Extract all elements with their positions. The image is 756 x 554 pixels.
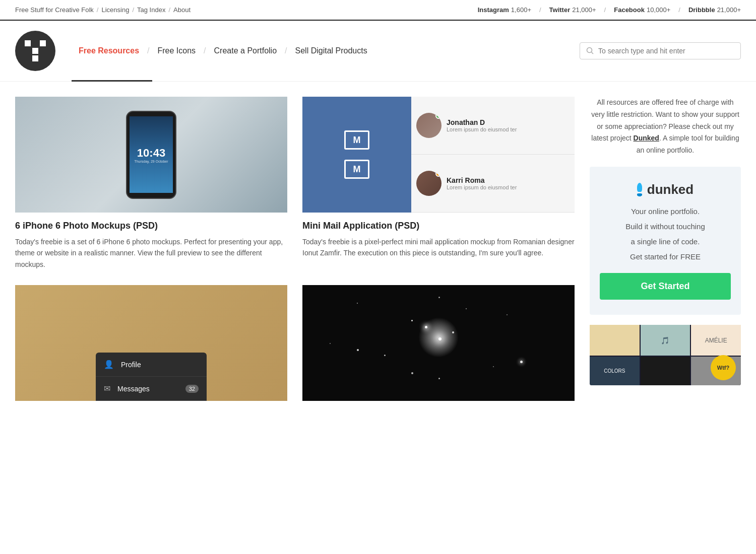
sep2: / <box>132 6 134 14</box>
social-instagram[interactable]: Instagram 1,600+ <box>478 6 531 14</box>
profile-menu-messages-label: Messages <box>117 385 150 393</box>
social-twitter[interactable]: Twitter 21,000+ <box>549 6 596 14</box>
nav-sell-digital[interactable]: Sell Digital Products <box>287 46 375 55</box>
profile-thumb: 👤 Profile ✉ Messages 32 <box>15 285 287 401</box>
article-desc-mail: Today's freebie is a pixel-perfect mini … <box>302 236 575 259</box>
iphone-screen: 10:43 Thursday, 29 October <box>130 116 173 193</box>
logo-cell <box>25 55 31 61</box>
mail-contact-jonathan: Jonathan D Lorem ipsum do eiusmod ter <box>411 97 575 155</box>
logo-cell <box>32 40 38 46</box>
dunked-link[interactable]: Dunked <box>634 134 659 142</box>
sep1: / <box>97 6 99 14</box>
search-box[interactable] <box>580 42 741 59</box>
mail-right: Jonathan D Lorem ipsum do eiusmod ter Ka… <box>411 97 575 213</box>
nav-free-icons[interactable]: Free Icons <box>150 46 204 55</box>
article-title-mail: Mini Mail Application (PSD) <box>302 221 575 231</box>
iphone-date: Thursday, 29 October <box>134 160 168 163</box>
nav-bar: Free Resources / Free Icons / Create a P… <box>0 21 756 82</box>
profile-menu-item-profile: 👤 Profile <box>96 353 207 377</box>
dunked-card: dunked Your online portfolio. Build it w… <box>590 167 741 315</box>
article-thumb-mail: Jonathan D Lorem ipsum do eiusmod ter Ka… <box>302 97 575 213</box>
logo-cell <box>40 55 46 61</box>
preview-cell-4: COLORS <box>590 357 640 385</box>
preview-cell-5 <box>641 357 690 385</box>
article-thumb-stars <box>302 285 575 401</box>
online-dot-jonathan <box>435 113 442 119</box>
contact-text-karri: Lorem ipsum do eiusmod ter <box>447 184 570 190</box>
preview-cell-2: 🎵 <box>641 325 690 356</box>
sep3: / <box>168 6 170 14</box>
mail-left <box>302 97 411 213</box>
contact-name-karri: Karri Roma <box>447 176 570 184</box>
logo-cell <box>25 48 31 54</box>
article-title-iphone: 6 iPhone 6 Photo Mockups (PSD) <box>15 221 287 231</box>
logo-cell <box>32 55 38 61</box>
logo-cell <box>25 40 31 46</box>
main-content: 10:43 Thursday, 29 October 6 iPhone 6 Ph… <box>0 82 756 424</box>
dunked-tagline-1: Your online portfolio. <box>600 205 731 218</box>
logo-cell <box>40 40 46 46</box>
article-card-iphone[interactable]: 10:43 Thursday, 29 October 6 iPhone 6 Ph… <box>15 97 287 270</box>
mail-icon-1 <box>344 130 369 150</box>
about-link[interactable]: About <box>173 6 191 14</box>
article-card-profile[interactable]: 👤 Profile ✉ Messages 32 <box>15 285 287 409</box>
sidebar-description: All resources are offered free of charge… <box>590 97 741 157</box>
nav-links: Free Resources / Free Icons / Create a P… <box>71 46 580 55</box>
contact-info-karri: Karri Roma Lorem ipsum do eiusmod ter <box>447 176 570 190</box>
dunked-tagline-4: Get started for FREE <box>600 251 731 263</box>
articles-grid: 10:43 Thursday, 29 October 6 iPhone 6 Ph… <box>15 97 575 409</box>
stars-thumb <box>302 285 575 401</box>
contact-name-jonathan: Jonathan D <box>447 118 570 126</box>
iphone-time: 10:43 <box>137 147 165 160</box>
contact-text-jonathan: Lorem ipsum do eiusmod ter <box>447 126 570 132</box>
article-thumb-iphone: 10:43 Thursday, 29 October <box>15 97 287 213</box>
svg-point-0 <box>587 48 592 53</box>
avatar-jonathan <box>416 113 442 138</box>
licensing-link[interactable]: Licensing <box>101 6 129 14</box>
profile-icon: 👤 <box>104 360 114 369</box>
profile-menu: 👤 Profile ✉ Messages 32 <box>96 353 207 401</box>
messages-badge: 32 <box>185 385 199 393</box>
svg-line-1 <box>592 52 594 54</box>
search-input[interactable] <box>598 47 734 55</box>
nav-free-resources[interactable]: Free Resources <box>71 46 147 55</box>
social-facebook[interactable]: Facebook 10,000+ <box>614 6 670 14</box>
dunked-logo: dunked <box>600 182 731 197</box>
messages-icon: ✉ <box>104 384 110 393</box>
top-bar-right: Instagram 1,600+ / Twitter 21,000+ / Fac… <box>478 6 741 14</box>
top-bar-left: Free Stuff for Creative Folk / Licensing… <box>15 6 191 14</box>
mail-contact-karri: Karri Roma Lorem ipsum do eiusmod ter <box>411 155 575 213</box>
article-card-stars[interactable] <box>302 285 575 409</box>
contact-info-jonathan: Jonathan D Lorem ipsum do eiusmod ter <box>447 118 570 132</box>
get-started-button[interactable]: Get Started <box>600 273 731 300</box>
logo-cell <box>40 48 46 54</box>
nav-create-portfolio[interactable]: Create a Portfolio <box>206 46 285 55</box>
mail-thumb: Jonathan D Lorem ipsum do eiusmod ter Ka… <box>302 97 575 213</box>
site-logo[interactable] <box>15 31 55 71</box>
logo-cell <box>32 48 38 54</box>
top-bar: Free Stuff for Creative Folk / Licensing… <box>0 0 756 21</box>
profile-menu-item-messages: ✉ Messages 32 <box>96 377 207 401</box>
avatar-karri <box>416 171 442 196</box>
dunked-tagline-2: Build it without touching <box>600 221 731 233</box>
social-dribbble[interactable]: Dribbble 21,000+ <box>688 6 741 14</box>
sidebar: All resources are offered free of charge… <box>590 97 741 409</box>
search-icon <box>586 47 594 55</box>
article-thumb-profile: 👤 Profile ✉ Messages 32 <box>15 285 287 401</box>
star-burst <box>418 317 459 358</box>
iphone-body: 10:43 Thursday, 29 October <box>126 111 176 199</box>
dunked-preview-wrapper: 🎵 AMÉLIE COLORS Wtf? <box>590 325 741 385</box>
logo-grid <box>25 40 46 61</box>
mail-icon-2 <box>344 160 369 179</box>
preview-cell-1 <box>590 325 640 356</box>
dunked-brand-name: dunked <box>647 182 694 197</box>
online-dot-karri <box>435 171 442 177</box>
tag-index-link[interactable]: Tag Index <box>137 6 165 14</box>
profile-menu-label: Profile <box>121 361 141 369</box>
dunked-tagline-3: a single line of code. <box>600 236 731 248</box>
dunked-dot-icon <box>637 183 642 196</box>
article-card-mail[interactable]: Jonathan D Lorem ipsum do eiusmod ter Ka… <box>302 97 575 270</box>
article-desc-iphone: Today's freebie is a set of 6 iPhone 6 p… <box>15 236 287 270</box>
wtf-badge[interactable]: Wtf? <box>711 355 736 380</box>
preview-cell-3: AMÉLIE <box>691 325 741 356</box>
